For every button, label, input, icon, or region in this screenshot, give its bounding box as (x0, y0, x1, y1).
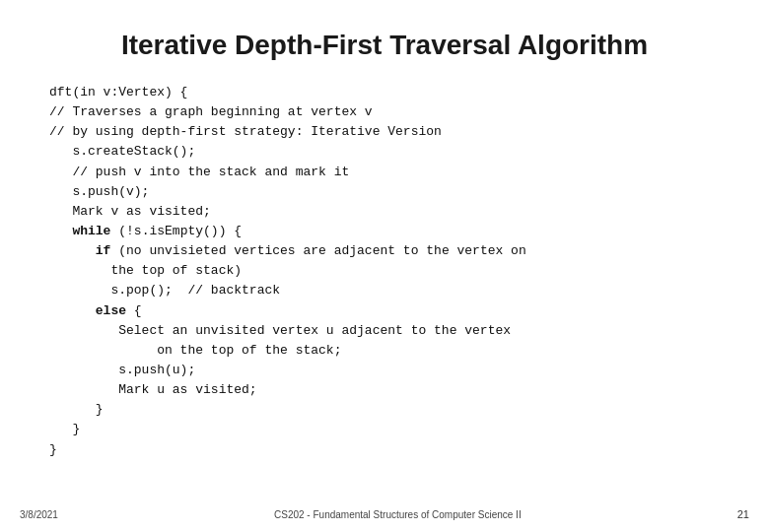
keyword-while: while (72, 224, 110, 238)
code-line: // Traverses a graph beginning at vertex… (49, 102, 730, 122)
footer-course: CS202 - Fundamental Structures of Comput… (274, 509, 522, 520)
code-line: s.push(v); (49, 182, 730, 202)
code-line: on the top of the stack; (49, 341, 730, 361)
code-line: else { (49, 301, 730, 321)
footer-date: 3/8/2021 (20, 509, 58, 520)
code-block: dft(in v:Vertex) { // Traverses a graph … (39, 83, 730, 460)
code-line: if (no unvisieted vertices are adjacent … (49, 241, 730, 261)
code-line: } (49, 400, 730, 420)
footer-page: 21 (737, 508, 749, 520)
code-line: // by using depth-first strategy: Iterat… (49, 122, 730, 142)
code-line: dft(in v:Vertex) { (49, 83, 730, 102)
code-line: Mark v as visited; (49, 202, 730, 222)
footer: 3/8/2021 CS202 - Fundamental Structures … (0, 508, 769, 520)
keyword-if: if (96, 243, 111, 258)
code-line: s.createStack(); (49, 142, 730, 162)
slide: Iterative Depth-First Traversal Algorith… (0, 0, 769, 532)
code-line: Mark u as visited; (49, 380, 730, 400)
code-line: s.push(u); (49, 361, 730, 380)
code-line: } (49, 420, 730, 439)
keyword-else: else (96, 303, 126, 318)
slide-title: Iterative Depth-First Traversal Algorith… (39, 30, 730, 61)
code-line: } (49, 440, 730, 460)
code-line: // push v into the stack and mark it (49, 163, 730, 182)
code-line: s.pop(); // backtrack (49, 281, 730, 300)
code-line: while (!s.isEmpty()) { (49, 222, 730, 241)
code-line: the top of stack) (49, 261, 730, 281)
code-line: Select an unvisited vertex u adjacent to… (49, 321, 730, 341)
